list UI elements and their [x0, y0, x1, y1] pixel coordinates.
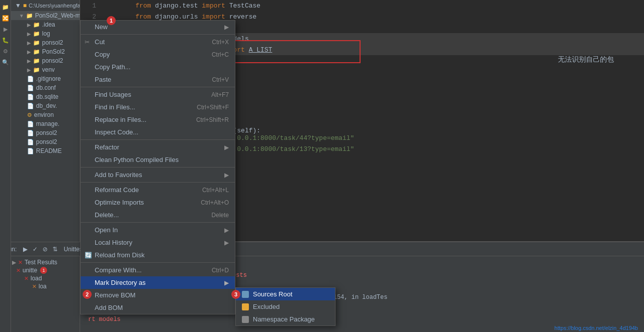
menu-item-label: Reformat Code [95, 186, 139, 194]
submenu-item-namespacepackage[interactable]: Namespace Package [236, 313, 335, 325]
tree-item-label: ponsol2 [42, 57, 63, 64]
test-tree-unittest[interactable]: ✕ unitte 1 [0, 266, 80, 274]
menu-separator [81, 182, 235, 183]
menu-item-localhistory[interactable]: Local History ▶ [81, 236, 235, 249]
menu-item-refactor[interactable]: Refactor ▶ [81, 141, 235, 153]
tree-item-dbsqlite[interactable]: 📄 db.sqlite [11, 92, 80, 101]
tree-item-label: db.conf [36, 84, 56, 91]
expand-arrow: ▶ [27, 49, 31, 55]
menu-item-addbom[interactable]: Add BOM [81, 301, 235, 314]
tree-item-ponsol2a[interactable]: ▶ 📁 ponsol2 [11, 38, 80, 47]
file-icon: 📄 [27, 76, 34, 82]
sidebar-project-icon[interactable]: 📁 [1, 2, 11, 12]
tree-item-dbdev[interactable]: 📄 db_dev. [11, 101, 80, 110]
context-menu: New ▶ ✂ Cut Ctrl+X Copy Ctrl+C Copy Path… [80, 20, 235, 314]
menu-shortcut: Ctrl+Alt+O [201, 199, 229, 206]
fail-icon: ✕ [16, 267, 21, 274]
menu-item-inspectcode[interactable]: Inspect Code... [81, 126, 235, 138]
menu-item-label: Cut [95, 38, 105, 46]
expand-arrow: ▶ [27, 58, 31, 64]
tree-item-dbconf[interactable]: 📄 db.conf [11, 83, 80, 92]
tree-item-venv[interactable]: ▶ 📁 venv [11, 65, 80, 74]
menu-item-label: Add BOM [95, 304, 123, 311]
menu-item-removebom[interactable]: Remove BOM [81, 289, 235, 301]
tree-item-idea[interactable]: ▶ 📁 .idea [11, 20, 80, 29]
menu-item-comparewith[interactable]: Compare With... Ctrl+D [81, 264, 235, 276]
test-tree-load[interactable]: ✕ load [0, 274, 80, 282]
menu-item-copypath[interactable]: Copy Path... [81, 61, 235, 73]
menu-item-label: Local History [95, 239, 132, 246]
tree-item-log[interactable]: ▶ 📁 log [11, 29, 80, 38]
menu-item-findinfiles[interactable]: Find in Files... Ctrl+Shift+F [81, 101, 235, 113]
sidebar-debug-icon[interactable]: 🐛 [1, 35, 11, 45]
tree-item-manage[interactable]: 📄 manage. [11, 119, 80, 128]
menu-item-paste[interactable]: Paste Ctrl+V [81, 73, 235, 86]
submenu-item-excluded[interactable]: Excluded [236, 300, 335, 313]
folder-icon: 📁 [33, 67, 40, 73]
tree-item-ponsol2b[interactable]: ▶ 📁 ponsol2 [11, 56, 80, 65]
warn-icon: ✕ [32, 283, 37, 290]
menu-item-cut[interactable]: ✂ Cut Ctrl+X [81, 36, 235, 48]
expand-arrow: ▶ [27, 31, 31, 37]
menu-item-copy[interactable]: Copy Ctrl+C [81, 48, 235, 61]
folder-icon: 📁 [33, 58, 40, 64]
tree-item-ponsol2c[interactable]: 📄 ponsol2 [11, 128, 80, 137]
menu-item-label: Paste [95, 76, 111, 83]
tree-item-ponsolweb[interactable]: ▼ 📁 PonSol2_Web-master [11, 11, 80, 20]
menu-item-new[interactable]: New ▶ [81, 21, 235, 33]
tree-item-environ[interactable]: ⚙ environ [11, 110, 80, 119]
menu-item-label: New [95, 23, 108, 31]
menu-item-reloadfromdisk[interactable]: 🔄 Reload from Disk [81, 249, 235, 261]
fail-icon: ✕ [18, 259, 23, 266]
run-play-button[interactable]: ▶ [21, 245, 30, 254]
file-icon: 📄 [27, 85, 34, 91]
run-check-button[interactable]: ✓ [31, 245, 40, 254]
menu-item-markdirectoryas[interactable]: Mark Directory as ▶ [81, 276, 235, 289]
menu-item-cleanpython[interactable]: Clean Python Compiled Files [81, 153, 235, 166]
menu-item-openin[interactable]: Open In ▶ [81, 224, 235, 236]
menu-item-label: Remove BOM [95, 291, 136, 299]
file-icon: 📄 [27, 139, 34, 145]
tree-item-readme[interactable]: 📄 README [11, 146, 80, 155]
sidebar-settings-icon[interactable]: ⚙ [1, 46, 11, 56]
menu-item-label: Add to Favorites [95, 171, 142, 179]
menu-item-replaceinfiles[interactable]: Replace in Files... Ctrl+Shift+R [81, 113, 235, 126]
test-tree-sub[interactable]: ✕ loa [0, 282, 80, 290]
menu-item-reformatcode[interactable]: Reformat Code Ctrl+Alt+L [81, 184, 235, 196]
excluded-icon [242, 303, 249, 310]
sidebar-search-icon[interactable]: 🔍 [1, 57, 11, 67]
file-icon: ⚙ [27, 112, 32, 118]
sources-root-icon [242, 291, 249, 298]
menu-item-label: Optimize Imports [95, 199, 144, 206]
menu-item-label: Replace in Files... [95, 116, 146, 123]
sidebar-vcs-icon[interactable]: 🔀 [1, 13, 11, 23]
file-icon: 📄 [27, 130, 34, 136]
submenu-item-sourcesroot[interactable]: Sources Root [236, 288, 335, 300]
tree-item-ponsolcap[interactable]: ▶ 📁 PonSol2 [11, 47, 80, 56]
menu-item-optimizeimports[interactable]: Optimize Imports Ctrl+Alt+O [81, 196, 235, 209]
source-link[interactable]: https://blog.csdn.net/elzin_4d194b [84, 325, 640, 331]
cut-icon: ✂ [85, 39, 90, 46]
arrow-icon: ▶ [12, 259, 16, 266]
tree-item-label: README [36, 147, 62, 154]
menu-item-delete[interactable]: Delete... Delete [81, 209, 235, 221]
menu-item-label: Copy [95, 51, 110, 58]
tree-item-label: db.sqlite [36, 93, 59, 100]
menu-item-label: Open In [95, 226, 118, 234]
tree-item-ponsol2d[interactable]: 📄 ponsol2 [11, 137, 80, 146]
arrow-right-icon: ▶ [224, 239, 229, 246]
menu-item-label: Refactor [95, 143, 119, 151]
menu-item-findusages[interactable]: Find Usages Alt+F7 [81, 88, 235, 101]
run-stop-button[interactable]: ⊘ [41, 245, 50, 254]
run-controls: ▶ ✓ ⊘ ⇅ [21, 245, 60, 254]
run-sort-button[interactable]: ⇅ [51, 245, 60, 254]
menu-item-addtofav[interactable]: Add to Favorites ▶ [81, 169, 235, 181]
tree-item-label: .idea [42, 21, 55, 28]
menu-item-label: Find in Files... [95, 103, 135, 111]
tree-item-gitignore[interactable]: 📄 .gitignore [11, 74, 80, 83]
line-number: 2 [80, 13, 100, 21]
submenu-mark-directory-as: Sources Root Excluded Namespace Package [235, 287, 336, 326]
sidebar-run-icon[interactable]: ▶ [1, 24, 11, 34]
arrow-right-icon: ▶ [224, 172, 229, 179]
menu-shortcut: Ctrl+Shift+R [196, 116, 229, 123]
